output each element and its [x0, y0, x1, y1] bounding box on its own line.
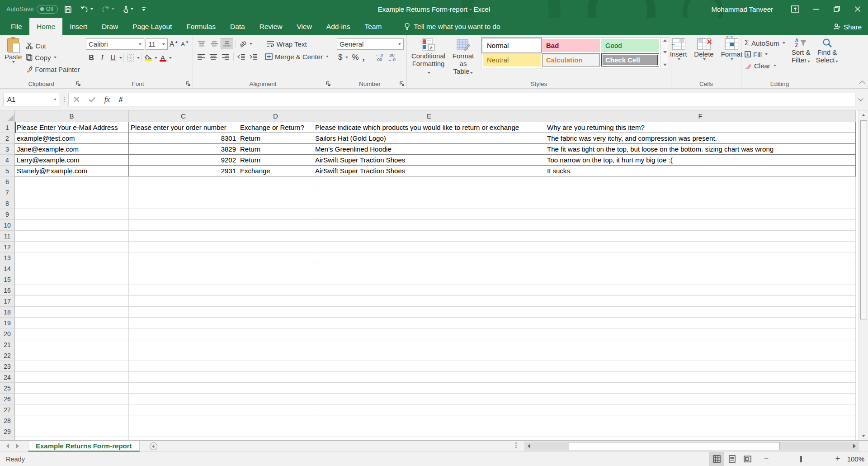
format-painter-button[interactable]: Format Painter — [24, 64, 81, 74]
enter-button[interactable] — [84, 93, 99, 106]
paste-button[interactable]: Paste — [2, 37, 24, 74]
cell-D29[interactable] — [238, 426, 313, 437]
row-header-15[interactable]: 15 — [0, 274, 15, 285]
cell-D20[interactable] — [238, 328, 313, 339]
cell-C9[interactable] — [129, 209, 238, 220]
cell-E17[interactable] — [313, 296, 545, 307]
cell-style-neutral[interactable]: Neutral — [483, 53, 541, 67]
cell-B26[interactable] — [15, 394, 129, 404]
cell-E4[interactable]: AirSwift Super Traction Shoes — [313, 155, 545, 166]
name-box[interactable]: A1 — [4, 93, 60, 106]
cell-C30[interactable] — [129, 437, 238, 440]
tell-me-box[interactable]: Tell me what you want to do — [404, 18, 500, 35]
cell-D28[interactable] — [238, 415, 313, 426]
cell-E15[interactable] — [313, 274, 545, 285]
cell-style-normal[interactable]: Normal — [483, 39, 541, 52]
collapse-ribbon-icon[interactable] — [859, 81, 865, 86]
zoom-in-button[interactable]: + — [835, 454, 841, 464]
cell-F13[interactable] — [545, 252, 856, 263]
cell-D6[interactable] — [238, 176, 313, 187]
scroll-left-icon[interactable] — [524, 442, 533, 451]
cell-E12[interactable] — [313, 242, 545, 252]
cell-D10[interactable] — [238, 220, 313, 231]
cell-E24[interactable] — [313, 372, 545, 383]
cell-D14[interactable] — [238, 263, 313, 274]
decrease-decimal-button[interactable]: .00→.0 — [386, 53, 397, 62]
cell-B25[interactable] — [15, 383, 129, 394]
top-align-button[interactable] — [196, 39, 208, 49]
percent-style-button[interactable]: % — [350, 52, 360, 62]
cell-F25[interactable] — [545, 383, 856, 394]
cell-F20[interactable] — [545, 328, 856, 339]
previous-sheet-icon[interactable] — [6, 444, 9, 448]
share-button[interactable]: Share — [833, 18, 862, 35]
touch-mouse-mode-button[interactable] — [121, 4, 135, 14]
cell-C17[interactable] — [129, 296, 238, 307]
cell-D12[interactable] — [238, 242, 313, 252]
formula-bar-splitter[interactable] — [60, 97, 68, 102]
row-header-21[interactable]: 21 — [0, 339, 15, 350]
cell-F14[interactable] — [545, 263, 856, 274]
row-header-28[interactable]: 28 — [0, 415, 15, 426]
cell-B5[interactable]: Stanely@Example.com — [15, 166, 129, 176]
page-layout-view-button[interactable] — [724, 452, 740, 466]
cell-F19[interactable] — [545, 318, 856, 328]
bottom-align-button[interactable] — [221, 39, 233, 49]
row-header-9[interactable]: 9 — [0, 209, 15, 220]
cell-E5[interactable]: AirSwift Super Traction Shoes — [313, 166, 545, 176]
cell-E29[interactable] — [313, 426, 545, 437]
undo-button[interactable] — [78, 4, 95, 14]
clipboard-dialog-launcher[interactable] — [75, 81, 81, 87]
cell-C4[interactable]: 9202 — [129, 155, 238, 166]
cell-D11[interactable] — [238, 231, 313, 242]
font-color-button[interactable]: A — [157, 52, 168, 63]
cell-C10[interactable] — [129, 220, 238, 231]
row-header-30[interactable]: 30 — [0, 437, 15, 440]
cell-E11[interactable] — [313, 231, 545, 242]
cell-F23[interactable] — [545, 361, 856, 372]
row-header-29[interactable]: 29 — [0, 426, 15, 437]
tab-page-layout[interactable]: Page Layout — [125, 18, 179, 35]
horizontal-scroll-thumb[interactable] — [569, 442, 780, 450]
vertical-scroll-thumb[interactable] — [860, 120, 867, 319]
cell-B8[interactable] — [15, 198, 129, 209]
row-header-5[interactable]: 5 — [0, 166, 15, 176]
cell-B30[interactable] — [15, 437, 129, 440]
cell-B10[interactable] — [15, 220, 129, 231]
cell-D18[interactable] — [238, 307, 313, 318]
align-right-button[interactable] — [220, 52, 231, 62]
cell-D17[interactable] — [238, 296, 313, 307]
row-header-26[interactable]: 26 — [0, 394, 15, 404]
cell-C27[interactable] — [129, 404, 238, 415]
row-header-3[interactable]: 3 — [0, 144, 15, 155]
cell-E30[interactable] — [313, 437, 545, 440]
autosave-toggle[interactable]: AutoSave Off — [6, 5, 58, 14]
cell-B24[interactable] — [15, 372, 129, 383]
cell-C26[interactable] — [129, 394, 238, 404]
cell-D27[interactable] — [238, 404, 313, 415]
cell-F8[interactable] — [545, 198, 856, 209]
cell-C5[interactable]: 2931 — [129, 166, 238, 176]
row-header-4[interactable]: 4 — [0, 155, 15, 166]
row-header-20[interactable]: 20 — [0, 328, 15, 339]
increase-font-button[interactable]: A▲ — [169, 39, 179, 50]
zoom-slider-thumb[interactable] — [800, 456, 802, 462]
cell-F26[interactable] — [545, 394, 856, 404]
row-header-2[interactable]: 2 — [0, 133, 15, 144]
cell-E25[interactable] — [313, 383, 545, 394]
cell-E8[interactable] — [313, 198, 545, 209]
cell-B19[interactable] — [15, 318, 129, 328]
save-button[interactable] — [62, 4, 74, 14]
cell-F12[interactable] — [545, 242, 856, 252]
cell-E9[interactable] — [313, 209, 545, 220]
cell-E21[interactable] — [313, 339, 545, 350]
zoom-slider[interactable] — [774, 456, 830, 462]
cell-D23[interactable] — [238, 361, 313, 372]
cell-C22[interactable] — [129, 350, 238, 361]
cell-D24[interactable] — [238, 372, 313, 383]
format-as-table-button[interactable]: Format asTable — [448, 37, 478, 76]
column-header-f[interactable]: F — [545, 110, 856, 122]
cell-E27[interactable] — [313, 404, 545, 415]
bold-button[interactable]: B — [86, 52, 97, 63]
cell-B2[interactable]: example@test.com — [15, 133, 129, 144]
